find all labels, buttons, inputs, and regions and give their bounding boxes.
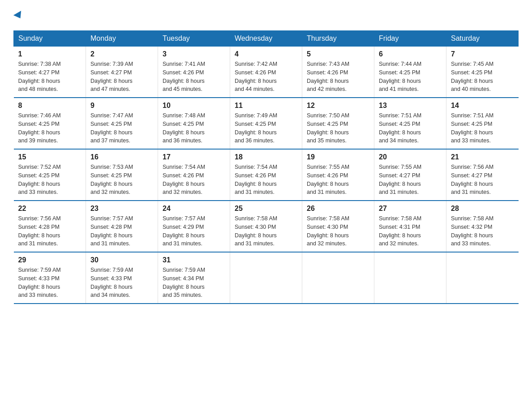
calendar-week-row: 8Sunrise: 7:46 AMSunset: 4:25 PMDaylight… [14,98,519,149]
header-friday: Friday [374,31,446,47]
day-number: 13 [379,102,442,110]
day-number: 8 [18,102,82,110]
day-info: Sunrise: 7:58 AMSunset: 4:30 PMDaylight:… [235,214,297,248]
day-info: Sunrise: 7:56 AMSunset: 4:27 PMDaylight:… [451,163,514,197]
calendar-cell: 22Sunrise: 7:56 AMSunset: 4:28 PMDayligh… [14,201,86,252]
day-info: Sunrise: 7:58 AMSunset: 4:32 PMDaylight:… [451,214,514,248]
calendar-week-row: 22Sunrise: 7:56 AMSunset: 4:28 PMDayligh… [14,201,519,252]
calendar-cell: 24Sunrise: 7:57 AMSunset: 4:29 PMDayligh… [158,201,230,252]
day-info: Sunrise: 7:49 AMSunset: 4:25 PMDaylight:… [235,111,297,145]
calendar-cell: 21Sunrise: 7:56 AMSunset: 4:27 PMDayligh… [446,149,519,201]
calendar-cell: 5Sunrise: 7:43 AMSunset: 4:26 PMDaylight… [302,47,374,98]
day-info: Sunrise: 7:45 AMSunset: 4:25 PMDaylight:… [451,60,514,94]
calendar-cell: 8Sunrise: 7:46 AMSunset: 4:25 PMDaylight… [14,98,86,149]
calendar-cell: 18Sunrise: 7:54 AMSunset: 4:26 PMDayligh… [230,149,302,201]
logo [13,9,23,21]
calendar-cell: 27Sunrise: 7:58 AMSunset: 4:31 PMDayligh… [374,201,446,252]
logo-top [13,9,23,21]
page-header [13,9,519,21]
day-info: Sunrise: 7:50 AMSunset: 4:25 PMDaylight:… [307,111,369,145]
calendar-cell [374,252,446,304]
day-number: 3 [163,50,225,58]
calendar-cell: 17Sunrise: 7:54 AMSunset: 4:26 PMDayligh… [158,149,230,201]
calendar-cell: 6Sunrise: 7:44 AMSunset: 4:25 PMDaylight… [374,47,446,98]
day-number: 19 [307,153,369,161]
day-number: 5 [307,50,369,58]
day-number: 24 [163,205,225,213]
calendar-cell: 11Sunrise: 7:49 AMSunset: 4:25 PMDayligh… [230,98,302,149]
day-number: 14 [451,102,514,110]
calendar-cell: 3Sunrise: 7:41 AMSunset: 4:26 PMDaylight… [158,47,230,98]
day-info: Sunrise: 7:56 AMSunset: 4:28 PMDaylight:… [18,214,82,248]
calendar-cell: 25Sunrise: 7:58 AMSunset: 4:30 PMDayligh… [230,201,302,252]
calendar-cell: 16Sunrise: 7:53 AMSunset: 4:25 PMDayligh… [86,149,158,201]
day-number: 2 [90,50,153,58]
day-info: Sunrise: 7:39 AMSunset: 4:27 PMDaylight:… [90,60,153,94]
day-info: Sunrise: 7:54 AMSunset: 4:26 PMDaylight:… [235,163,297,197]
day-number: 27 [379,205,442,213]
day-info: Sunrise: 7:51 AMSunset: 4:25 PMDaylight:… [379,111,442,145]
calendar-cell [302,252,374,304]
day-number: 4 [235,50,297,58]
day-info: Sunrise: 7:54 AMSunset: 4:26 PMDaylight:… [163,163,225,197]
calendar-cell: 7Sunrise: 7:45 AMSunset: 4:25 PMDaylight… [446,47,519,98]
header-monday: Monday [86,31,158,47]
calendar-cell: 13Sunrise: 7:51 AMSunset: 4:25 PMDayligh… [374,98,446,149]
calendar-header-row: SundayMondayTuesdayWednesdayThursdayFrid… [14,31,519,47]
day-number: 10 [163,102,225,110]
day-info: Sunrise: 7:52 AMSunset: 4:25 PMDaylight:… [18,163,82,197]
day-info: Sunrise: 7:57 AMSunset: 4:29 PMDaylight:… [163,214,225,248]
day-info: Sunrise: 7:55 AMSunset: 4:26 PMDaylight:… [307,163,369,197]
day-number: 23 [90,205,153,213]
day-info: Sunrise: 7:57 AMSunset: 4:28 PMDaylight:… [90,214,153,248]
calendar-cell: 2Sunrise: 7:39 AMSunset: 4:27 PMDaylight… [86,47,158,98]
calendar-cell: 10Sunrise: 7:48 AMSunset: 4:25 PMDayligh… [158,98,230,149]
day-info: Sunrise: 7:41 AMSunset: 4:26 PMDaylight:… [163,60,225,94]
calendar-cell: 19Sunrise: 7:55 AMSunset: 4:26 PMDayligh… [302,149,374,201]
calendar-cell: 14Sunrise: 7:51 AMSunset: 4:25 PMDayligh… [446,98,519,149]
calendar-week-row: 15Sunrise: 7:52 AMSunset: 4:25 PMDayligh… [14,149,519,201]
day-number: 22 [18,205,82,213]
day-number: 15 [18,153,82,161]
day-number: 9 [90,102,153,110]
day-info: Sunrise: 7:42 AMSunset: 4:26 PMDaylight:… [235,60,297,94]
calendar-cell [446,252,519,304]
day-info: Sunrise: 7:47 AMSunset: 4:25 PMDaylight:… [90,111,153,145]
calendar-cell: 23Sunrise: 7:57 AMSunset: 4:28 PMDayligh… [86,201,158,252]
calendar-cell: 20Sunrise: 7:55 AMSunset: 4:27 PMDayligh… [374,149,446,201]
day-number: 30 [90,256,153,264]
calendar-cell: 28Sunrise: 7:58 AMSunset: 4:32 PMDayligh… [446,201,519,252]
day-number: 29 [18,256,82,264]
header-thursday: Thursday [302,31,374,47]
calendar-cell [230,252,302,304]
day-info: Sunrise: 7:59 AMSunset: 4:33 PMDaylight:… [18,266,82,300]
calendar-cell: 4Sunrise: 7:42 AMSunset: 4:26 PMDaylight… [230,47,302,98]
day-info: Sunrise: 7:43 AMSunset: 4:26 PMDaylight:… [307,60,369,94]
day-number: 6 [379,50,442,58]
calendar-cell: 30Sunrise: 7:59 AMSunset: 4:33 PMDayligh… [86,252,158,304]
calendar-cell: 31Sunrise: 7:59 AMSunset: 4:34 PMDayligh… [158,252,230,304]
calendar-cell: 1Sunrise: 7:38 AMSunset: 4:27 PMDaylight… [14,47,86,98]
header-sunday: Sunday [14,31,86,47]
day-number: 12 [307,102,369,110]
day-number: 17 [163,153,225,161]
day-number: 7 [451,50,514,58]
day-number: 31 [163,256,225,264]
calendar-cell: 9Sunrise: 7:47 AMSunset: 4:25 PMDaylight… [86,98,158,149]
day-info: Sunrise: 7:55 AMSunset: 4:27 PMDaylight:… [379,163,442,197]
day-info: Sunrise: 7:51 AMSunset: 4:25 PMDaylight:… [451,111,514,145]
day-info: Sunrise: 7:44 AMSunset: 4:25 PMDaylight:… [379,60,442,94]
day-number: 28 [451,205,514,213]
day-number: 11 [235,102,297,110]
day-number: 21 [451,153,514,161]
day-info: Sunrise: 7:59 AMSunset: 4:34 PMDaylight:… [163,266,225,300]
calendar-week-row: 1Sunrise: 7:38 AMSunset: 4:27 PMDaylight… [14,47,519,98]
calendar-cell: 12Sunrise: 7:50 AMSunset: 4:25 PMDayligh… [302,98,374,149]
logo-triangle-icon [13,11,24,21]
day-info: Sunrise: 7:59 AMSunset: 4:33 PMDaylight:… [90,266,153,300]
day-info: Sunrise: 7:46 AMSunset: 4:25 PMDaylight:… [18,111,82,145]
day-number: 20 [379,153,442,161]
header-saturday: Saturday [446,31,519,47]
day-number: 25 [235,205,297,213]
calendar-week-row: 29Sunrise: 7:59 AMSunset: 4:33 PMDayligh… [14,252,519,304]
